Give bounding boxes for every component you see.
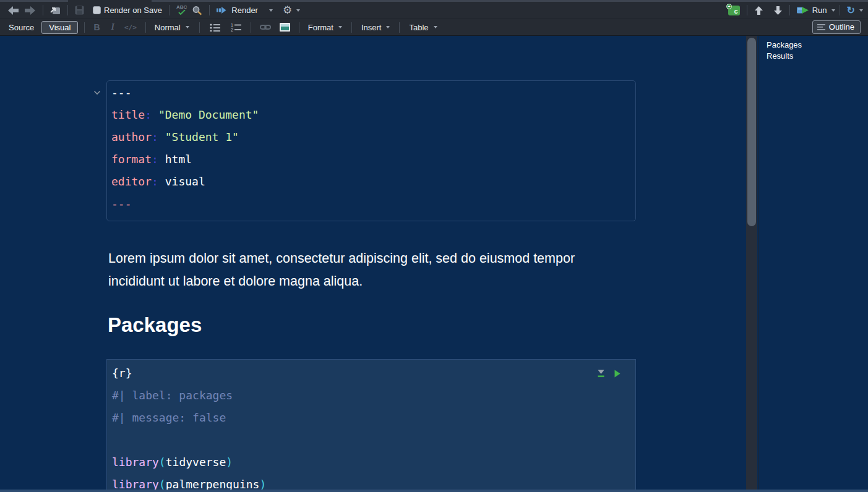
- format-menu[interactable]: Format: [306, 23, 345, 32]
- insert-chunk-icon: + c: [728, 6, 740, 15]
- rerun-icon: ↻: [847, 6, 855, 15]
- code-line: title: "Demo Document": [111, 104, 259, 126]
- save-button[interactable]: [72, 6, 87, 15]
- bullet-list-icon: [210, 23, 221, 32]
- back-arrow-icon: [7, 6, 19, 15]
- back-button[interactable]: [5, 6, 22, 15]
- chunk-actions: [597, 369, 621, 380]
- separator: [251, 22, 251, 33]
- spellcheck-button[interactable]: ABC: [174, 6, 189, 15]
- separator: [747, 5, 747, 15]
- code-line: author: "Student 1": [111, 126, 259, 148]
- paragraph-style-dropdown[interactable]: Normal: [152, 23, 192, 32]
- code-line: #| message: false: [112, 407, 266, 429]
- run-current-chunk-button[interactable]: [614, 369, 621, 380]
- document-outline-panel: PackagesResults: [758, 36, 868, 490]
- format-menu-chevron: [338, 26, 342, 28]
- chevron-down-icon: [93, 90, 101, 95]
- insert-link-button[interactable]: [257, 23, 273, 32]
- render-options-button[interactable]: ⚙: [280, 5, 294, 15]
- down-arrow-icon: [773, 6, 783, 15]
- source-mode-button[interactable]: Source: [7, 22, 41, 33]
- insert-menu[interactable]: Insert: [359, 23, 393, 32]
- separator: [789, 5, 790, 15]
- image-icon: [280, 23, 290, 32]
- separator: [84, 22, 85, 33]
- rerun-previous-button[interactable]: ↻: [844, 6, 857, 15]
- link-icon: [260, 23, 271, 32]
- open-in-new-window-button[interactable]: [48, 6, 63, 15]
- save-floppy-icon: [75, 6, 84, 15]
- r-code-chunk-code[interactable]: {r}#| label: packages#| message: false l…: [112, 362, 266, 492]
- rerun-dropdown-chevron[interactable]: [859, 9, 863, 12]
- separator: [399, 22, 400, 33]
- format-menu-label: Format: [308, 23, 333, 32]
- render-dropdown-chevron[interactable]: [269, 9, 273, 12]
- bullet-list-button[interactable]: [207, 23, 223, 32]
- editor-scrollbar-thumb[interactable]: [747, 38, 756, 226]
- numbered-list-icon: 1 2: [231, 23, 242, 32]
- run-all-chunks-above-button[interactable]: [597, 369, 605, 380]
- pane-bottom-edge: [0, 490, 868, 492]
- separator: [67, 5, 68, 15]
- visual-mode-button[interactable]: Visual: [41, 21, 78, 34]
- separator: [209, 5, 210, 15]
- code-line: library(tidyverse): [112, 451, 266, 473]
- svg-text:1: 1: [231, 23, 233, 27]
- insert-menu-label: Insert: [361, 23, 382, 32]
- yaml-collapse-button[interactable]: [93, 87, 101, 98]
- table-menu[interactable]: Table: [406, 23, 439, 32]
- bold-button[interactable]: B: [91, 22, 102, 32]
- style-dropdown-chevron: [186, 26, 189, 28]
- r-code-chunk[interactable]: {r}#| label: packages#| message: false l…: [106, 359, 636, 492]
- play-icon: [614, 370, 621, 378]
- yaml-metadata-code[interactable]: ---title: "Demo Document"author: "Studen…: [111, 82, 259, 215]
- popout-window-icon: [50, 6, 61, 15]
- visual-editor-canvas[interactable]: ---title: "Demo Document"author: "Studen…: [0, 36, 746, 490]
- run-dropdown-chevron[interactable]: [831, 9, 835, 12]
- spellcheck-abc-icon: ABC: [176, 5, 187, 15]
- insert-image-button[interactable]: [277, 23, 293, 32]
- separator: [840, 5, 840, 15]
- outline-icon: [817, 23, 826, 31]
- render-button[interactable]: Render: [214, 6, 260, 15]
- code-line: editor: visual: [111, 171, 259, 193]
- italic-button[interactable]: I: [109, 22, 117, 32]
- gear-icon: ⚙: [283, 5, 292, 15]
- run-button[interactable]: Run: [794, 6, 830, 15]
- render-on-save-label: Render on Save: [104, 6, 162, 15]
- table-menu-chevron: [434, 26, 437, 28]
- section-heading[interactable]: Packages: [108, 313, 202, 337]
- render-on-save-checkbox[interactable]: [93, 6, 101, 14]
- outline-item[interactable]: Packages: [767, 40, 868, 51]
- paragraph-style-value: Normal: [155, 23, 181, 32]
- outline-toggle-button[interactable]: Outline: [812, 20, 861, 34]
- insert-menu-chevron: [386, 26, 390, 28]
- editor-scrollbar-track[interactable]: [746, 36, 757, 490]
- numbered-list-button[interactable]: 1 2: [228, 23, 244, 32]
- table-menu-label: Table: [409, 23, 428, 32]
- insert-chunk-button[interactable]: + c: [726, 6, 742, 15]
- code-line: ---: [111, 82, 259, 104]
- outline-item[interactable]: Results: [767, 51, 868, 62]
- run-icon: [797, 6, 809, 15]
- body-paragraph[interactable]: Lorem ipsum dolor sit amet, consectetur …: [108, 247, 597, 293]
- separator: [43, 5, 43, 15]
- go-to-next-section-button[interactable]: [771, 6, 785, 15]
- run-chunks-above-icon: [597, 369, 605, 378]
- separator: [145, 22, 146, 33]
- forward-button[interactable]: [22, 6, 38, 15]
- code-line: {r}: [112, 362, 266, 384]
- code-line: ---: [111, 193, 259, 215]
- render-label: Render: [231, 6, 258, 15]
- render-icon: [217, 6, 228, 15]
- render-on-save-toggle[interactable]: Render on Save: [90, 6, 165, 15]
- go-to-previous-section-button[interactable]: [752, 6, 766, 15]
- options-dropdown-chevron[interactable]: [296, 9, 300, 12]
- visual-editor-toolbar: Source Visual B I </> Normal 1 2: [0, 19, 868, 36]
- code-format-button[interactable]: </>: [122, 23, 139, 32]
- find-replace-button[interactable]: [189, 6, 205, 15]
- separator: [299, 22, 299, 33]
- svg-text:2: 2: [231, 28, 233, 32]
- main-toolbar: Render on Save ABC Render: [0, 2, 868, 19]
